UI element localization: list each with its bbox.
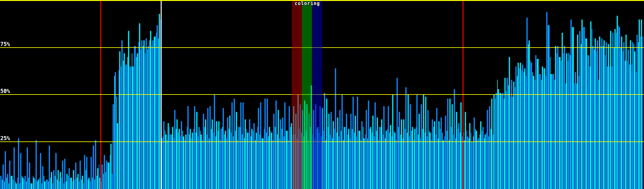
profiler-percentage-graph: 75%50%25% coloring [0,0,644,189]
coloring-label: coloring [295,1,320,6]
annotations-layer: coloring [0,0,644,189]
